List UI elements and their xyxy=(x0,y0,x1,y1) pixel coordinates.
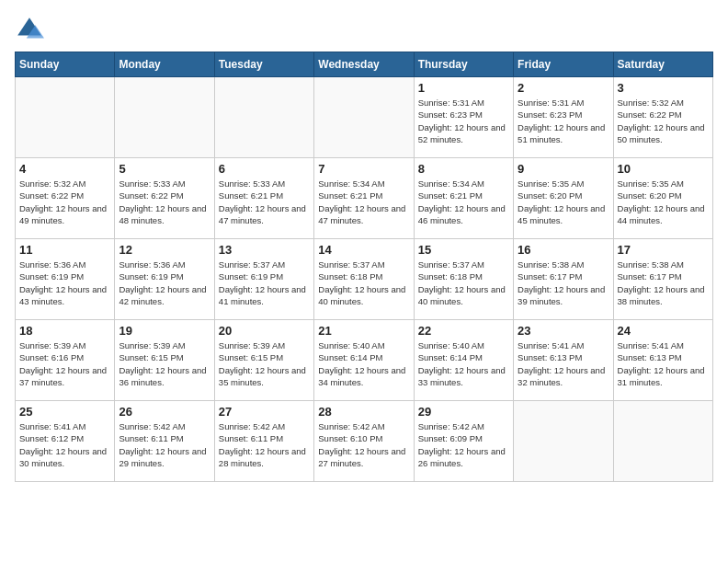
calendar-cell: 22Sunrise: 5:40 AM Sunset: 6:14 PM Dayli… xyxy=(414,320,513,401)
day-number: 23 xyxy=(518,324,609,338)
calendar-cell xyxy=(613,401,712,482)
day-info: Sunrise: 5:34 AM Sunset: 6:21 PM Dayligh… xyxy=(318,178,409,226)
day-info: Sunrise: 5:37 AM Sunset: 6:18 PM Dayligh… xyxy=(318,259,409,307)
calendar-cell: 10Sunrise: 5:35 AM Sunset: 6:20 PM Dayli… xyxy=(613,158,712,239)
calendar-cell: 6Sunrise: 5:33 AM Sunset: 6:21 PM Daylig… xyxy=(214,158,313,239)
day-info: Sunrise: 5:39 AM Sunset: 6:16 PM Dayligh… xyxy=(19,339,110,388)
day-info: Sunrise: 5:42 AM Sunset: 6:11 PM Dayligh… xyxy=(219,420,310,469)
weekday-header-wednesday: Wednesday xyxy=(314,52,414,77)
day-info: Sunrise: 5:41 AM Sunset: 6:13 PM Dayligh… xyxy=(618,339,709,388)
day-info: Sunrise: 5:33 AM Sunset: 6:21 PM Dayligh… xyxy=(219,178,310,226)
calendar-cell xyxy=(214,77,313,158)
calendar-cell: 7Sunrise: 5:34 AM Sunset: 6:21 PM Daylig… xyxy=(314,158,414,239)
day-number: 22 xyxy=(418,324,509,338)
day-number: 18 xyxy=(19,324,110,338)
calendar-cell xyxy=(314,77,414,158)
calendar-cell: 4Sunrise: 5:32 AM Sunset: 6:22 PM Daylig… xyxy=(16,158,115,239)
day-number: 20 xyxy=(219,324,310,338)
calendar-week-row: 11Sunrise: 5:36 AM Sunset: 6:19 PM Dayli… xyxy=(16,239,713,320)
day-info: Sunrise: 5:35 AM Sunset: 6:20 PM Dayligh… xyxy=(518,178,609,226)
calendar-cell: 29Sunrise: 5:42 AM Sunset: 6:09 PM Dayli… xyxy=(414,401,513,482)
calendar-week-row: 25Sunrise: 5:41 AM Sunset: 6:12 PM Dayli… xyxy=(16,401,713,482)
calendar-table: SundayMondayTuesdayWednesdayThursdayFrid… xyxy=(15,52,713,482)
day-number: 24 xyxy=(618,324,709,338)
day-number: 19 xyxy=(119,324,210,338)
day-number: 12 xyxy=(119,243,210,257)
day-number: 14 xyxy=(318,243,409,257)
calendar-cell: 2Sunrise: 5:31 AM Sunset: 6:23 PM Daylig… xyxy=(514,77,613,158)
calendar-cell xyxy=(514,401,613,482)
page-header xyxy=(15,15,713,44)
day-number: 10 xyxy=(618,162,709,176)
day-info: Sunrise: 5:35 AM Sunset: 6:20 PM Dayligh… xyxy=(618,178,709,226)
day-number: 17 xyxy=(618,243,709,257)
day-number: 5 xyxy=(119,162,210,176)
calendar-cell xyxy=(16,77,115,158)
day-number: 7 xyxy=(318,162,409,176)
day-info: Sunrise: 5:33 AM Sunset: 6:22 PM Dayligh… xyxy=(119,178,210,226)
calendar-cell: 25Sunrise: 5:41 AM Sunset: 6:12 PM Dayli… xyxy=(16,401,115,482)
day-number: 25 xyxy=(19,405,110,419)
calendar-cell: 5Sunrise: 5:33 AM Sunset: 6:22 PM Daylig… xyxy=(115,158,214,239)
calendar-week-row: 1Sunrise: 5:31 AM Sunset: 6:23 PM Daylig… xyxy=(16,77,713,158)
calendar-cell: 16Sunrise: 5:38 AM Sunset: 6:17 PM Dayli… xyxy=(514,239,613,320)
weekday-header-saturday: Saturday xyxy=(613,52,712,77)
day-number: 4 xyxy=(19,162,110,176)
day-number: 16 xyxy=(518,243,609,257)
day-info: Sunrise: 5:42 AM Sunset: 6:09 PM Dayligh… xyxy=(418,420,509,469)
weekday-header-monday: Monday xyxy=(115,52,214,77)
day-info: Sunrise: 5:32 AM Sunset: 6:22 PM Dayligh… xyxy=(19,178,110,226)
calendar-cell: 1Sunrise: 5:31 AM Sunset: 6:23 PM Daylig… xyxy=(414,77,513,158)
day-number: 9 xyxy=(518,162,609,176)
calendar-week-row: 4Sunrise: 5:32 AM Sunset: 6:22 PM Daylig… xyxy=(16,158,713,239)
day-info: Sunrise: 5:39 AM Sunset: 6:15 PM Dayligh… xyxy=(219,339,310,388)
day-number: 28 xyxy=(318,405,409,419)
day-info: Sunrise: 5:42 AM Sunset: 6:11 PM Dayligh… xyxy=(119,420,210,469)
calendar-cell: 20Sunrise: 5:39 AM Sunset: 6:15 PM Dayli… xyxy=(214,320,313,401)
day-info: Sunrise: 5:42 AM Sunset: 6:10 PM Dayligh… xyxy=(318,420,409,469)
calendar-cell: 9Sunrise: 5:35 AM Sunset: 6:20 PM Daylig… xyxy=(514,158,613,239)
day-info: Sunrise: 5:40 AM Sunset: 6:14 PM Dayligh… xyxy=(318,339,409,388)
day-info: Sunrise: 5:31 AM Sunset: 6:23 PM Dayligh… xyxy=(418,97,509,145)
day-number: 27 xyxy=(219,405,310,419)
day-info: Sunrise: 5:41 AM Sunset: 6:13 PM Dayligh… xyxy=(518,339,609,388)
calendar-cell: 28Sunrise: 5:42 AM Sunset: 6:10 PM Dayli… xyxy=(314,401,414,482)
calendar-cell: 13Sunrise: 5:37 AM Sunset: 6:19 PM Dayli… xyxy=(214,239,313,320)
calendar-week-row: 18Sunrise: 5:39 AM Sunset: 6:16 PM Dayli… xyxy=(16,320,713,401)
calendar-cell: 3Sunrise: 5:32 AM Sunset: 6:22 PM Daylig… xyxy=(613,77,712,158)
day-info: Sunrise: 5:31 AM Sunset: 6:23 PM Dayligh… xyxy=(518,97,609,145)
calendar-cell: 27Sunrise: 5:42 AM Sunset: 6:11 PM Dayli… xyxy=(214,401,313,482)
calendar-cell: 15Sunrise: 5:37 AM Sunset: 6:18 PM Dayli… xyxy=(414,239,513,320)
weekday-header-friday: Friday xyxy=(514,52,613,77)
day-info: Sunrise: 5:39 AM Sunset: 6:15 PM Dayligh… xyxy=(119,339,210,388)
calendar-cell: 24Sunrise: 5:41 AM Sunset: 6:13 PM Dayli… xyxy=(613,320,712,401)
day-number: 11 xyxy=(19,243,110,257)
weekday-header-thursday: Thursday xyxy=(414,52,513,77)
day-info: Sunrise: 5:37 AM Sunset: 6:18 PM Dayligh… xyxy=(418,259,509,307)
day-info: Sunrise: 5:36 AM Sunset: 6:19 PM Dayligh… xyxy=(19,259,110,307)
calendar-cell: 12Sunrise: 5:36 AM Sunset: 6:19 PM Dayli… xyxy=(115,239,214,320)
day-number: 8 xyxy=(418,162,509,176)
calendar-cell xyxy=(115,77,214,158)
calendar-cell: 8Sunrise: 5:34 AM Sunset: 6:21 PM Daylig… xyxy=(414,158,513,239)
logo xyxy=(15,15,48,44)
day-number: 13 xyxy=(219,243,310,257)
calendar-cell: 18Sunrise: 5:39 AM Sunset: 6:16 PM Dayli… xyxy=(16,320,115,401)
day-info: Sunrise: 5:40 AM Sunset: 6:14 PM Dayligh… xyxy=(418,339,509,388)
day-info: Sunrise: 5:34 AM Sunset: 6:21 PM Dayligh… xyxy=(418,178,509,226)
calendar-cell: 14Sunrise: 5:37 AM Sunset: 6:18 PM Dayli… xyxy=(314,239,414,320)
day-info: Sunrise: 5:38 AM Sunset: 6:17 PM Dayligh… xyxy=(518,259,609,307)
day-number: 6 xyxy=(219,162,310,176)
day-info: Sunrise: 5:37 AM Sunset: 6:19 PM Dayligh… xyxy=(219,259,310,307)
day-number: 3 xyxy=(618,81,709,95)
day-number: 2 xyxy=(518,81,609,95)
calendar-cell: 19Sunrise: 5:39 AM Sunset: 6:15 PM Dayli… xyxy=(115,320,214,401)
calendar-cell: 11Sunrise: 5:36 AM Sunset: 6:19 PM Dayli… xyxy=(16,239,115,320)
day-number: 26 xyxy=(119,405,210,419)
calendar-cell: 23Sunrise: 5:41 AM Sunset: 6:13 PM Dayli… xyxy=(514,320,613,401)
day-info: Sunrise: 5:38 AM Sunset: 6:17 PM Dayligh… xyxy=(618,259,709,307)
calendar-cell: 17Sunrise: 5:38 AM Sunset: 6:17 PM Dayli… xyxy=(613,239,712,320)
day-info: Sunrise: 5:36 AM Sunset: 6:19 PM Dayligh… xyxy=(119,259,210,307)
day-number: 1 xyxy=(418,81,509,95)
calendar-cell: 26Sunrise: 5:42 AM Sunset: 6:11 PM Dayli… xyxy=(115,401,214,482)
